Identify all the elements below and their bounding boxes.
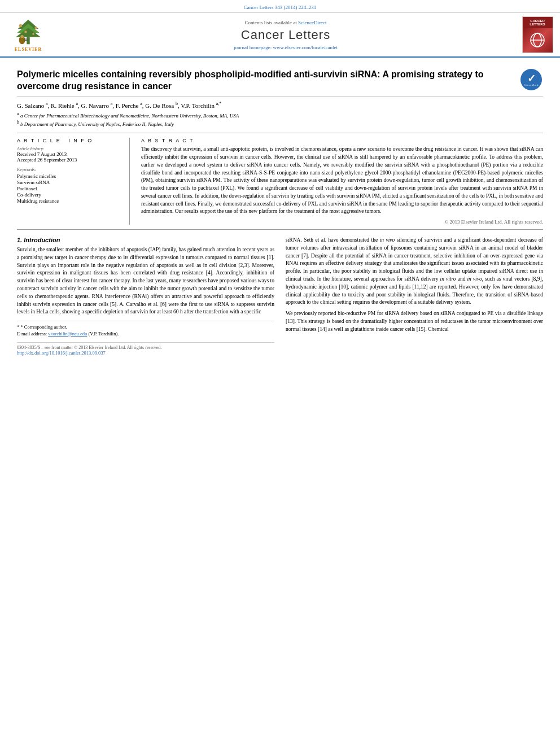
cl-logo-image xyxy=(523,28,553,53)
elsevier-tree-icon xyxy=(11,18,45,46)
footnote-section: * * Corresponding author. E-mail address… xyxy=(17,321,274,338)
svg-point-6 xyxy=(24,30,27,33)
intro-heading: 1. Introduction xyxy=(17,237,274,243)
sciencedirect-line: Contents lists available at ScienceDirec… xyxy=(245,20,327,25)
footnote-email-line: E-mail address: v.torchilin@neu.edu (V.P… xyxy=(17,331,274,338)
article-info-abstract-section: A R T I C L E I N F O Article history: R… xyxy=(17,133,543,230)
received-value: Received 7 August 2013 xyxy=(17,151,123,157)
svg-rect-11 xyxy=(24,39,28,40)
svg-point-4 xyxy=(19,24,22,27)
svg-rect-10 xyxy=(24,38,28,38)
svg-point-5 xyxy=(34,27,37,29)
affiliations: a a Center for Pharmaceutical Biotechnol… xyxy=(17,111,543,127)
footnote-corresponding: * * Corresponding author. xyxy=(17,324,274,331)
keywords-list: Polymeric micelles Survivin siRNA Paclit… xyxy=(17,173,123,204)
keyword-4: Co-delivery xyxy=(17,192,123,198)
doi-text[interactable]: http://dx.doi.org/10.1016/j.canlet.2013.… xyxy=(17,350,274,356)
elsevier-brand-text: ELSEVIER xyxy=(15,47,42,52)
authors-section: G. Salzano a, R. Riehle a, G. Navarro a,… xyxy=(17,101,543,128)
article-title-section: Polymeric micelles containing reversibly… xyxy=(17,63,543,97)
affiliation-a: a a Center for Pharmaceutical Biotechnol… xyxy=(17,111,543,119)
journal-header: ELSEVIER Contents lists available at Sci… xyxy=(0,13,560,58)
intro-left-paragraph: Survivin, the smallest member of the inh… xyxy=(17,246,274,316)
sciencedirect-link[interactable]: ScienceDirect xyxy=(298,20,326,25)
keyword-3: Paclitaxel xyxy=(17,186,123,191)
footnote-email-person: (V.P. Torchilin). xyxy=(88,331,119,337)
keyword-2: Survivin siRNA xyxy=(17,180,123,185)
authors-line: G. Salzano a, R. Riehle a, G. Navarro a,… xyxy=(17,101,543,109)
copyright-line: © 2013 Elsevier Ireland Ltd. All rights … xyxy=(141,219,543,225)
bottom-bar: 0304-3835/$ – see front matter © 2013 El… xyxy=(17,342,274,350)
journal-top-bar: Cancer Letters 343 (2014) 224–231 xyxy=(0,0,560,13)
keyword-5: Multidrug resistance xyxy=(17,198,123,204)
issn-text: 0304-3835/$ – see front matter © 2013 El… xyxy=(17,345,161,350)
crossmark-logo: ✓ CrossMark xyxy=(520,69,543,91)
cl-logo-top: CANCERLETTERS xyxy=(523,17,553,28)
elsevier-logo: ELSEVIER xyxy=(6,16,51,53)
cl-logo-box: CANCERLETTERS xyxy=(522,16,553,53)
keywords-label: Keywords: xyxy=(17,167,123,172)
crossmark-icon: ✓ xyxy=(527,73,536,84)
cl-logo-top-text: CANCERLETTERS xyxy=(530,19,545,26)
intro-right-paragraph-1: siRNA. Seth et al. have demonstrated the… xyxy=(286,237,543,307)
page: Cancer Letters 343 (2014) 224–231 xyxy=(0,0,560,747)
article-info-label: A R T I C L E I N F O xyxy=(17,138,123,143)
cancer-letters-logo: CANCERLETTERS xyxy=(520,16,554,53)
article-info-column: A R T I C L E I N F O Article history: R… xyxy=(17,138,130,225)
crossmark-text: CrossMark xyxy=(524,84,539,86)
keyword-1: Polymeric micelles xyxy=(17,173,123,179)
journal-homepage: journal homepage: www.elsevier.com/locat… xyxy=(234,45,338,50)
main-content: Polymeric micelles containing reversibly… xyxy=(0,58,560,361)
svg-point-7 xyxy=(32,33,34,35)
abstract-column: A B S T R A C T The discovery that survi… xyxy=(141,138,543,225)
journal-citation: Cancer Letters 343 (2014) 224–231 xyxy=(244,5,316,10)
accepted-value: Accepted 26 September 2013 xyxy=(17,157,123,163)
svg-point-9 xyxy=(20,35,23,38)
crossmark-circle: ✓ CrossMark xyxy=(520,69,542,90)
body-right-column: siRNA. Seth et al. have demonstrated the… xyxy=(286,237,543,356)
abstract-text: The discovery that survivin, a small ant… xyxy=(141,146,543,216)
abstract-section-label: A B S T R A C T xyxy=(141,138,543,143)
body-left-column: 1. Introduction Survivin, the smallest m… xyxy=(17,237,274,356)
intro-right-paragraph-2: We previously reported bio-reductive PM … xyxy=(286,310,543,333)
journal-title-area: Contents lists available at ScienceDirec… xyxy=(56,16,515,53)
body-content: 1. Introduction Survivin, the smallest m… xyxy=(17,237,543,356)
article-history-label: Article history: xyxy=(17,146,123,151)
article-title: Polymeric micelles containing reversibly… xyxy=(17,69,515,93)
affiliation-b: b b Department of Pharmacy, University o… xyxy=(17,120,543,127)
journal-main-title: Cancer Letters xyxy=(241,28,330,42)
footnote-email-link[interactable]: v.torchilin@neu.edu xyxy=(48,331,87,337)
svg-rect-12 xyxy=(24,40,28,41)
footnote-email-label: E-mail address: xyxy=(17,331,47,337)
